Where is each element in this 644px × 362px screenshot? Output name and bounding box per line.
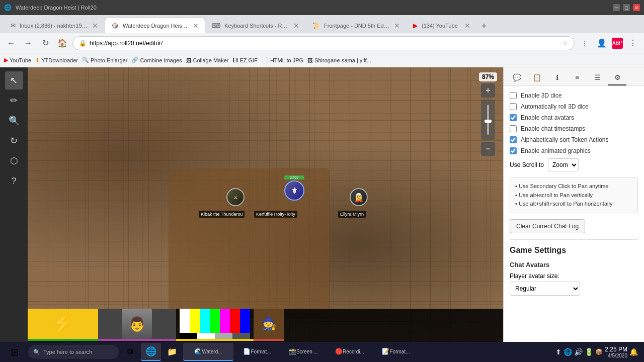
checkbox-3d-dice[interactable] <box>510 92 517 99</box>
sidebar-tab-chat[interactable]: 💬 <box>508 70 526 85</box>
taskbar-item-waterdeep[interactable]: 🌊 Waterd... <box>183 343 233 361</box>
tab-roll20[interactable]: 🎲 Waterdeep Dragon Heist | Ro... ✕ <box>105 17 205 33</box>
scroll-to-select[interactable]: Zoom Pan <box>548 158 579 171</box>
tab-youtube[interactable]: ▶ (134) YouTube ✕ <box>407 17 477 33</box>
lock-icon: 🔒 <box>79 40 87 47</box>
bookmark-combine-images[interactable]: 🔗 Combine Images <box>131 57 182 63</box>
sidebar-tab-info[interactable]: ℹ <box>548 70 566 85</box>
label-3d-dice: Enable 3D dice <box>521 92 561 99</box>
menu-button[interactable]: ⋮ <box>626 36 640 50</box>
taskbar-item-chrome[interactable]: 🌐 <box>141 343 161 361</box>
address-bar[interactable]: 🔒 ☆ <box>72 36 575 50</box>
scroll-select-row: Use Scroll to Zoom Pan <box>510 158 638 171</box>
format1-icon: 📄 <box>243 348 251 355</box>
minimize-button[interactable]: ─ <box>613 4 620 11</box>
taskbar-clock[interactable]: 2:25 PM 4/5/2020 <box>605 346 627 358</box>
tab-label-keyboard: Keyboard Shortcuts - Roll20... <box>224 23 289 29</box>
taskbar-item-recording[interactable]: 🔴 Recordi... <box>327 343 372 361</box>
bookmark-html-to-jpg[interactable]: 📄 HTML to JPG <box>262 57 303 63</box>
screen-icon: 📸 <box>289 348 296 355</box>
back-button[interactable]: ← <box>4 36 18 50</box>
new-tab-button[interactable]: + <box>477 19 491 33</box>
sidebar-tab-token[interactable]: ≡ <box>568 70 586 85</box>
sidebar: 💬 📋 ℹ ≡ ☰ ⚙ Enable 3D dice Automatically… <box>503 67 644 362</box>
star-icon[interactable]: ☆ <box>562 40 568 47</box>
player-avatar-david: 👨 <box>98 309 176 339</box>
adblock-icon[interactable]: ABP <box>612 38 623 49</box>
bookmark-ez-gif[interactable]: 🎞 EZ GIF <box>232 57 257 63</box>
explorer-icon: 📁 <box>167 347 177 356</box>
close-tab-icon[interactable]: ✕ <box>92 22 98 30</box>
checkbox-chat-avatars[interactable] <box>510 114 517 121</box>
tray-dropbox-icon[interactable]: 📦 <box>595 348 603 355</box>
sidebar-tab-list[interactable]: ☰ <box>588 70 606 85</box>
zoom-in-button[interactable]: + <box>481 83 495 98</box>
taskbar-item-screen[interactable]: 📸 Screen ... <box>281 343 326 361</box>
checkbox-animated[interactable] <box>510 147 517 154</box>
close-tab-icon-youtube[interactable]: ✕ <box>464 22 470 30</box>
tab-inbox[interactable]: ✉ Inbox (2,836) - nakhter1984... ✕ <box>4 17 105 33</box>
char-label-kibak: Kibak the Thunderou <box>199 211 245 218</box>
tab-favicon-frontpage: 📜 <box>312 22 320 29</box>
taskbar-label-waterdeep: Waterd... <box>202 349 222 354</box>
home-button[interactable]: 🏠 <box>55 36 69 50</box>
tab-keyboard[interactable]: ⌨ Keyboard Shortcuts - Roll20... ✕ <box>205 17 306 33</box>
setting-row-auto-3d-dice: Automatically roll 3D dice <box>510 103 638 110</box>
refresh-button[interactable]: ↻ <box>38 36 52 50</box>
start-button[interactable]: ⊞ <box>2 343 27 361</box>
tray-up-icon[interactable]: ⬆ <box>555 348 561 356</box>
close-tab-icon-keyboard[interactable]: ✕ <box>293 22 299 30</box>
game-settings-title: Game Settings <box>510 246 638 255</box>
bookmark-collage-maker[interactable]: 🖼 Collage Maker <box>186 57 229 63</box>
zoom-slider[interactable] <box>481 100 495 140</box>
checkbox-chat-timestamps[interactable] <box>510 125 517 132</box>
maximize-button[interactable]: □ <box>623 4 630 11</box>
taskbar-view-btn[interactable]: ⧉ <box>120 343 140 361</box>
close-tab-icon-frontpage[interactable]: ✕ <box>394 22 400 30</box>
format2-icon: 📝 <box>382 348 389 355</box>
profile-button[interactable]: 👤 <box>595 36 609 50</box>
address-input[interactable] <box>90 40 559 47</box>
token-ellyra[interactable]: 🧝 <box>350 188 368 206</box>
char-label-kerfuffle: Kerfuffle Hoity-Toity <box>254 211 297 218</box>
zoom-tool[interactable]: 🔍 <box>5 112 23 130</box>
tab-frontpage[interactable]: 📜 Frontpage - DND 5th Edition... ✕ <box>306 17 407 33</box>
extensions-button[interactable]: ⋮ <box>578 36 592 50</box>
setting-row-3d-dice: Enable 3D dice <box>510 92 638 99</box>
close-tab-icon-roll20[interactable]: ✕ <box>193 22 199 30</box>
taskbar-item-format1[interactable]: 📄 Format... <box>234 343 280 361</box>
bookmark-shirogane[interactable]: 🖼 Shirogane-sama | yiff... <box>307 57 371 63</box>
sidebar-tab-settings[interactable]: ⚙ <box>608 70 626 85</box>
pencil-tool[interactable]: ✏ <box>5 92 23 110</box>
token-kibak[interactable]: ⚔ <box>226 188 245 206</box>
scroll-to-label: Use Scroll to <box>510 161 544 168</box>
label-chat-timestamps: Enable chat timestamps <box>521 125 585 132</box>
taskbar-item-explorer[interactable]: 📁 <box>162 343 182 361</box>
polygon-tool[interactable]: ⬡ <box>5 152 23 170</box>
taskbar-search[interactable]: 🔍 Type here to search <box>28 345 119 359</box>
sidebar-tab-journal[interactable]: 📋 <box>528 70 546 85</box>
title-bar: 🌐 Waterdeep Dragon Heist | Roll20 ─ □ ✕ <box>0 0 644 15</box>
forward-button[interactable]: → <box>21 36 35 50</box>
tray-sound-icon[interactable]: 🔊 <box>574 348 583 356</box>
select-tool[interactable]: ↖ <box>5 71 23 89</box>
rotate-tool[interactable]: ↻ <box>5 132 23 150</box>
avatar-size-select[interactable]: Regular Small Large <box>510 282 580 296</box>
taskbar-label-screen: Screen ... <box>296 349 318 354</box>
tray-battery-icon[interactable]: 🔋 <box>585 348 593 356</box>
bookmark-photo-enlarger[interactable]: 🔍 Photo Enlarger <box>82 57 127 63</box>
game-map[interactable]: 27/27 ⚔ 🗡 🧝 Kibak the Thunderou Kerfuffl… <box>28 67 503 362</box>
checkbox-sort-tokens[interactable] <box>510 136 517 143</box>
taskbar-item-format2[interactable]: 📝 Format... <box>373 343 419 361</box>
token-kerfuffle[interactable]: 🗡 <box>284 180 304 201</box>
bookmark-ytdownloader[interactable]: ⬇ YTDownloader <box>35 57 78 63</box>
bookmark-youtube[interactable]: ▶ YouTube <box>4 57 31 63</box>
wooden-floor <box>169 168 330 319</box>
tray-network-icon[interactable]: 🌐 <box>564 348 572 356</box>
zoom-out-button[interactable]: − <box>481 142 495 156</box>
close-button[interactable]: ✕ <box>633 4 640 11</box>
checkbox-auto-3d-dice[interactable] <box>510 103 517 110</box>
clear-chat-log-button[interactable]: Clear Current Chat Log <box>510 219 585 233</box>
notification-icon[interactable]: 🔔 <box>629 348 638 356</box>
help-tool[interactable]: ? <box>5 172 23 190</box>
